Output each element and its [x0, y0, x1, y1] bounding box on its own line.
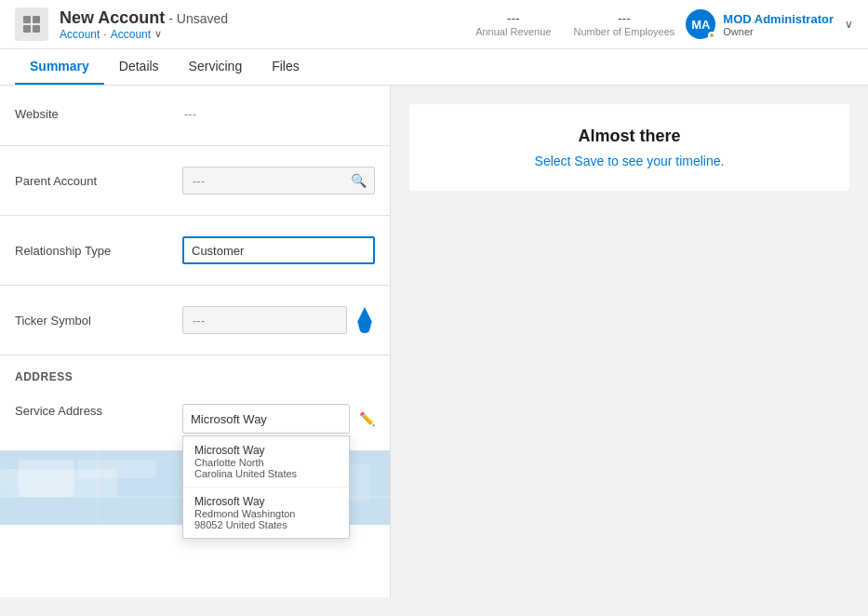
parent-account-value: --- 🔍 — [182, 167, 375, 194]
status-dot — [708, 32, 715, 39]
app-icon — [15, 7, 48, 41]
ticker-symbol-label: Ticker Symbol — [15, 314, 182, 328]
relationship-type-value — [182, 236, 375, 264]
parent-account-row: Parent Account --- 🔍 — [15, 161, 375, 200]
parent-account-input-wrapper: --- 🔍 — [182, 167, 375, 194]
owner-info: MOD Administrator Owner — [723, 12, 834, 37]
left-panel: Website --- Parent Account --- 🔍 — [0, 86, 391, 597]
divider-1 — [0, 145, 390, 146]
suggestion-item-1[interactable]: Microsoft Way Charlotte North Carolina U… — [183, 436, 349, 488]
address-suggestions-dropdown: Microsoft Way Charlotte North Carolina U… — [182, 435, 350, 539]
tab-files[interactable]: Files — [257, 49, 314, 85]
chevron-down-icon[interactable]: ∨ — [845, 18, 853, 31]
svg-rect-1 — [33, 16, 40, 23]
main-layout: Website --- Parent Account --- 🔍 — [0, 86, 868, 597]
address-section-header: ADDRESS — [0, 359, 390, 387]
water-drop-icon — [354, 307, 375, 333]
timeline-message: Select Save to see your timeline. — [432, 154, 827, 168]
relationship-type-input[interactable] — [182, 236, 375, 264]
website-section: Website --- — [0, 86, 390, 141]
tab-details[interactable]: Details — [104, 49, 174, 85]
relationship-type-row: Relationship Type — [15, 231, 375, 270]
relationship-type-section: Relationship Type — [0, 220, 390, 281]
timeline-title: Almost there — [432, 127, 827, 146]
num-employees-stat: --- Number of Employees — [573, 11, 674, 37]
service-address-label: Service Address — [15, 404, 182, 418]
annual-revenue-stat: --- Annual Revenue — [475, 11, 551, 37]
app-header: New Account - Unsaved Account · Account … — [0, 0, 868, 49]
owner-area[interactable]: MA MOD Administrator Owner ∨ — [686, 9, 853, 39]
page-title: New Account - Unsaved — [60, 8, 464, 28]
right-panel: Almost there Select Save to see your tim… — [391, 86, 868, 597]
website-label: Website — [15, 107, 182, 121]
breadcrumb: Account · Account ∨ — [60, 28, 464, 41]
divider-2 — [0, 215, 390, 216]
ticker-symbol-section: Ticker Symbol --- — [0, 289, 390, 351]
ticker-dashes: --- — [191, 314, 339, 328]
edit-icon[interactable]: ✏️ — [359, 411, 375, 426]
address-input-area: ✏️ Microsoft Way Charlotte North Carolin… — [182, 404, 375, 434]
service-address-input[interactable] — [182, 404, 350, 434]
svg-rect-3 — [33, 25, 40, 33]
header-stats: --- Annual Revenue --- Number of Employe… — [475, 11, 674, 37]
divider-4 — [0, 355, 390, 355]
breadcrumb-account2[interactable]: Account — [111, 28, 151, 41]
parent-account-dashes: --- — [191, 174, 351, 188]
tab-servicing[interactable]: Servicing — [174, 49, 258, 85]
relationship-type-label: Relationship Type — [15, 244, 182, 258]
divider-3 — [0, 285, 390, 286]
suggestion-item-2[interactable]: Microsoft Way Redmond Washington 98052 U… — [183, 488, 349, 538]
timeline-card: Almost there Select Save to see your tim… — [409, 104, 849, 191]
header-title-area: New Account - Unsaved Account · Account … — [60, 8, 464, 41]
svg-rect-2 — [23, 25, 31, 33]
svg-rect-6 — [78, 460, 156, 478]
service-address-row: Service Address ✏️ Microsoft Way Charlot… — [15, 398, 375, 439]
service-address-section: Service Address ✏️ Microsoft Way Charlot… — [0, 387, 390, 450]
search-icon[interactable]: 🔍 — [351, 173, 367, 188]
ticker-input-wrapper: --- — [182, 306, 347, 334]
tab-bar: Summary Details Servicing Files — [0, 49, 868, 86]
svg-rect-0 — [23, 16, 31, 23]
ticker-symbol-value: --- — [182, 306, 375, 334]
parent-account-section: Parent Account --- 🔍 — [0, 150, 390, 211]
website-row: Website --- — [15, 97, 375, 130]
website-dashes: --- — [182, 107, 196, 121]
breadcrumb-account[interactable]: Account — [60, 28, 100, 41]
parent-account-label: Parent Account — [15, 174, 182, 188]
ticker-symbol-row: Ticker Symbol --- — [15, 301, 375, 340]
website-value: --- — [182, 107, 375, 121]
tab-summary[interactable]: Summary — [15, 49, 104, 85]
avatar: MA — [686, 9, 715, 39]
